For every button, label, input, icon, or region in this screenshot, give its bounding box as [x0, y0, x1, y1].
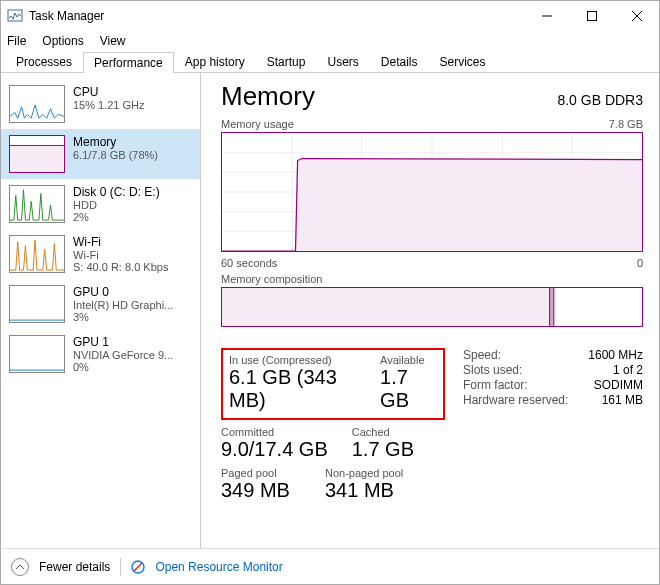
- titlebar: Task Manager: [1, 1, 659, 31]
- close-icon: [632, 11, 642, 21]
- page-title: Memory: [221, 81, 315, 112]
- footer-divider: [120, 558, 121, 576]
- open-resource-monitor-link[interactable]: Open Resource Monitor: [155, 560, 282, 574]
- tab-processes[interactable]: Processes: [5, 51, 83, 72]
- sidebar-item-disk[interactable]: Disk 0 (C: D: E:) HDD 2%: [1, 179, 200, 229]
- gpu1-thumb-icon: [9, 335, 65, 373]
- menu-view[interactable]: View: [100, 34, 126, 48]
- sidebar-item-label: GPU 0: [73, 285, 173, 299]
- svg-rect-17: [550, 288, 554, 326]
- inuse-label: In use (Compressed): [229, 354, 366, 366]
- menubar: File Options View: [1, 31, 659, 51]
- maximize-button[interactable]: [569, 1, 614, 31]
- sidebar-item-sub: 6.1/7.8 GB (78%): [73, 149, 158, 161]
- wifi-thumb-icon: [9, 235, 65, 273]
- tab-details[interactable]: Details: [370, 51, 429, 72]
- speed-key: Speed:: [463, 348, 501, 362]
- footer: Fewer details Open Resource Monitor: [1, 548, 659, 584]
- fewer-details-link[interactable]: Fewer details: [39, 560, 110, 574]
- capacity-label: 8.0 GB DDR3: [557, 92, 643, 108]
- sidebar-item-sub: Intel(R) HD Graphi...: [73, 299, 173, 311]
- cached-value: 1.7 GB: [352, 438, 432, 461]
- paged-label: Paged pool: [221, 467, 301, 479]
- sidebar-item-label: CPU: [73, 85, 145, 99]
- sidebar-item-gpu0[interactable]: GPU 0 Intel(R) HD Graphi... 3%: [1, 279, 200, 329]
- sidebar-item-label: Memory: [73, 135, 158, 149]
- cpu-thumb-icon: [9, 85, 65, 123]
- stats-area: In use (Compressed) 6.1 GB (343 MB) Avai…: [221, 348, 643, 502]
- form-key: Form factor:: [463, 378, 528, 392]
- main-panel: Memory 8.0 GB DDR3 Memory usage 7.8 GB 6…: [201, 73, 659, 548]
- task-manager-icon: [7, 8, 23, 24]
- composition-label: Memory composition: [221, 273, 322, 285]
- axis-right: 0: [637, 257, 643, 269]
- memory-thumb-icon: [9, 135, 65, 173]
- tab-services[interactable]: Services: [429, 51, 497, 72]
- sidebar-item-sub2: S: 40.0 R: 8.0 Kbps: [73, 261, 168, 273]
- menu-options[interactable]: Options: [42, 34, 83, 48]
- committed-value: 9.0/17.4 GB: [221, 438, 328, 461]
- close-button[interactable]: [614, 1, 659, 31]
- inuse-value: 6.1 GB (343 MB): [229, 366, 366, 412]
- tab-app-history[interactable]: App history: [174, 51, 256, 72]
- sidebar-item-gpu1[interactable]: GPU 1 NVIDIA GeForce 9... 0%: [1, 329, 200, 379]
- window-title: Task Manager: [29, 9, 104, 23]
- disk-thumb-icon: [9, 185, 65, 223]
- sidebar-item-memory[interactable]: Memory 6.1/7.8 GB (78%): [1, 129, 200, 179]
- svg-rect-16: [222, 288, 550, 326]
- tab-performance[interactable]: Performance: [83, 52, 174, 73]
- sidebar-item-sub: 15% 1.21 GHz: [73, 99, 145, 111]
- speed-value: 1600 MHz: [588, 348, 643, 362]
- gpu0-thumb-icon: [9, 285, 65, 323]
- content: CPU 15% 1.21 GHz Memory 6.1/7.8 GB (78%)…: [1, 73, 659, 548]
- nonpaged-value: 341 MB: [325, 479, 405, 502]
- hwreserved-value: 161 MB: [602, 393, 643, 407]
- sidebar-item-sub: HDD: [73, 199, 160, 211]
- chevron-up-icon[interactable]: [11, 558, 29, 576]
- sidebar-item-label: GPU 1: [73, 335, 173, 349]
- sidebar-item-cpu[interactable]: CPU 15% 1.21 GHz: [1, 79, 200, 129]
- slots-value: 1 of 2: [613, 363, 643, 377]
- tab-startup[interactable]: Startup: [256, 51, 317, 72]
- minimize-icon: [542, 11, 552, 21]
- usage-graph-label: Memory usage: [221, 118, 294, 130]
- sidebar-item-label: Wi-Fi: [73, 235, 168, 249]
- svg-line-21: [134, 563, 142, 571]
- sidebar-item-sub2: 3%: [73, 311, 173, 323]
- sidebar-item-sub: NVIDIA GeForce 9...: [73, 349, 173, 361]
- available-label: Available: [380, 354, 437, 366]
- available-value: 1.7 GB: [380, 366, 437, 412]
- sidebar: CPU 15% 1.21 GHz Memory 6.1/7.8 GB (78%)…: [1, 73, 201, 548]
- sidebar-item-wifi[interactable]: Wi-Fi Wi-Fi S: 40.0 R: 8.0 Kbps: [1, 229, 200, 279]
- cached-label: Cached: [352, 426, 432, 438]
- form-value: SODIMM: [594, 378, 643, 392]
- menu-file[interactable]: File: [7, 34, 26, 48]
- memory-usage-graph[interactable]: [221, 132, 643, 252]
- sidebar-item-sub: Wi-Fi: [73, 249, 168, 261]
- sidebar-item-sub2: 2%: [73, 211, 160, 223]
- maximize-icon: [587, 11, 597, 21]
- tab-users[interactable]: Users: [316, 51, 369, 72]
- highlighted-stats: In use (Compressed) 6.1 GB (343 MB) Avai…: [221, 348, 445, 420]
- sidebar-item-label: Disk 0 (C: D: E:): [73, 185, 160, 199]
- paged-value: 349 MB: [221, 479, 301, 502]
- usage-graph-max: 7.8 GB: [609, 118, 643, 130]
- axis-left: 60 seconds: [221, 257, 277, 269]
- committed-label: Committed: [221, 426, 328, 438]
- minimize-button[interactable]: [524, 1, 569, 31]
- svg-rect-5: [10, 145, 64, 172]
- tabstrip: Processes Performance App history Startu…: [1, 51, 659, 73]
- resource-monitor-icon: [131, 560, 145, 574]
- memory-composition-graph[interactable]: [221, 287, 643, 327]
- svg-rect-2: [587, 12, 596, 21]
- sidebar-item-sub2: 0%: [73, 361, 173, 373]
- hwreserved-key: Hardware reserved:: [463, 393, 568, 407]
- nonpaged-label: Non-paged pool: [325, 467, 405, 479]
- slots-key: Slots used:: [463, 363, 522, 377]
